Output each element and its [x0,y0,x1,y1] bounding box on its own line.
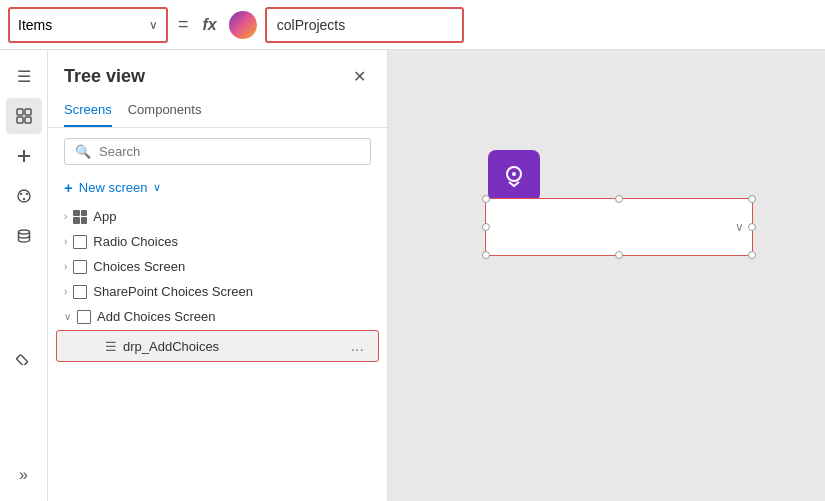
svg-rect-1 [25,109,31,115]
formula-circle [229,11,257,39]
sidebar-icon-hamburger[interactable]: ☰ [6,58,42,94]
chevron-right-icon: › [64,286,67,297]
search-icon: 🔍 [75,144,91,159]
resize-handle-tr[interactable] [748,195,756,203]
tree-item-label: Radio Choices [93,234,178,249]
tree-items: › App › Radio Choices › Choices Screen [48,204,387,501]
chevron-right-icon: › [64,236,67,247]
component-icon-bubble [488,150,540,202]
canvas-area: ∨ [388,50,825,501]
chevron-right-icon: › [64,211,67,222]
svg-rect-11 [16,354,27,364]
new-screen-chevron-icon: ∨ [153,181,161,194]
drp-icon: ☰ [105,339,117,354]
search-box: 🔍 [64,138,371,165]
svg-rect-3 [25,117,31,123]
tree-item-label: Choices Screen [93,259,185,274]
svg-rect-2 [17,117,23,123]
more-options-icon[interactable]: ... [345,335,370,357]
tree-title: Tree view [64,66,145,87]
formula-input[interactable] [265,7,464,43]
chevron-right-icon: › [64,261,67,272]
top-bar: Items ∨ = fx [0,0,825,50]
tree-item-app[interactable]: › App [48,204,387,229]
resize-handle-tl[interactable] [482,195,490,203]
dropdown-arrow-icon: ∨ [149,18,158,32]
svg-point-8 [25,193,27,195]
tree-item-drp-label: drp_AddChoices [123,339,219,354]
fx-button[interactable]: fx [199,16,221,34]
resize-handle-tc[interactable] [615,195,623,203]
screen-icon [73,260,87,274]
sidebar-icon-arrows[interactable]: » [6,457,42,493]
tree-item-label: SharePoint Choices Screen [93,284,253,299]
tree-item-radio[interactable]: › Radio Choices [48,229,387,254]
sidebar-icon-layers[interactable] [6,98,42,134]
screen-icon [73,235,87,249]
tree-header: Tree view ✕ [48,50,387,96]
svg-point-13 [512,172,516,176]
screen-icon [73,285,87,299]
resize-handle-mr[interactable] [748,223,756,231]
items-dropdown-label: Items [18,17,141,33]
tree-close-button[interactable]: ✕ [347,64,371,88]
screen-icon [77,310,91,324]
resize-handle-br[interactable] [748,251,756,259]
sidebar-icon-plus[interactable] [6,138,42,174]
search-input[interactable] [99,144,360,159]
resize-handle-ml[interactable] [482,223,490,231]
tree-item-label: Add Choices Screen [97,309,216,324]
tree-item-drp[interactable]: ☰ drp_AddChoices ... [56,330,379,362]
tree-item-add[interactable]: ∨ Add Choices Screen [48,304,387,329]
equals-sign: = [174,14,193,35]
tree-tabs: Screens Components [48,96,387,128]
sidebar-icon-components[interactable] [6,338,42,374]
tree-item-choices[interactable]: › Choices Screen [48,254,387,279]
sidebar-icon-database[interactable] [6,218,42,254]
new-screen-label: New screen [79,180,148,195]
tab-components[interactable]: Components [128,96,202,127]
component-chevron-icon: ∨ [735,220,744,234]
canvas-component[interactable]: ∨ [485,198,753,256]
sidebar-icon-palette[interactable] [6,178,42,214]
new-screen-button[interactable]: + New screen ∨ [48,175,387,200]
main-content: ☰ [0,50,825,501]
formula-icon[interactable] [227,9,259,41]
tree-panel: Tree view ✕ Screens Components 🔍 + New s… [48,50,388,501]
chevron-down-icon: ∨ [64,311,71,322]
resize-handle-bl[interactable] [482,251,490,259]
svg-point-10 [18,230,29,234]
svg-point-9 [22,198,24,200]
app-icon [73,210,87,224]
tree-item-label: App [93,209,116,224]
plus-icon: + [64,179,73,196]
svg-rect-0 [17,109,23,115]
left-sidebar: ☰ [0,50,48,501]
tab-screens[interactable]: Screens [64,96,112,127]
resize-handle-bc[interactable] [615,251,623,259]
tree-item-sharepoint[interactable]: › SharePoint Choices Screen [48,279,387,304]
svg-point-7 [19,193,21,195]
items-dropdown[interactable]: Items ∨ [8,7,168,43]
